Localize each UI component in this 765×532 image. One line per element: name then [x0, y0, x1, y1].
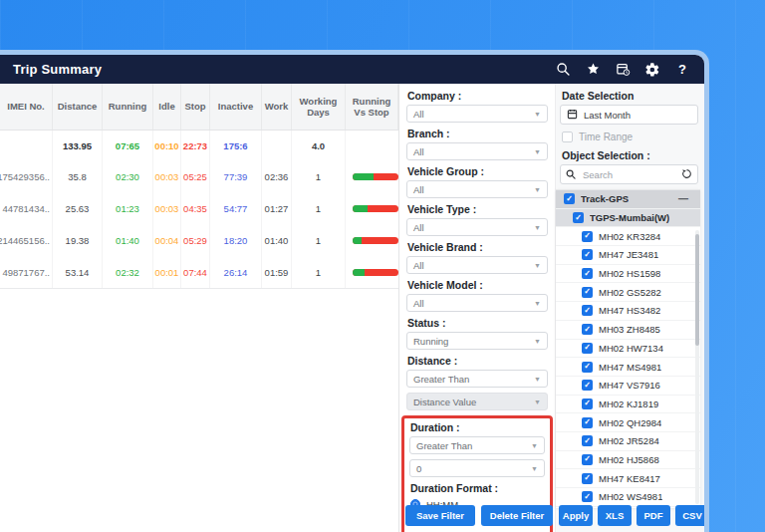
checkbox-checked-icon[interactable]: ✓ — [582, 435, 593, 446]
scrollbar-thumb[interactable] — [695, 234, 699, 346]
duration-operator-select[interactable]: Greater Than ▼ — [409, 436, 545, 454]
tree-root-item[interactable]: ✓ Track-GPS — — [556, 190, 700, 209]
vehicle-label: MH02 GS5282 — [599, 287, 661, 298]
checkbox-checked-icon[interactable]: ✓ — [564, 193, 575, 204]
filter-label: Vehicle Model : — [407, 279, 548, 291]
vehicle-label: MH02 WS4981 — [599, 491, 662, 502]
checkbox-checked-icon[interactable]: ✓ — [582, 473, 593, 484]
vehicle-item[interactable]: ✓ MH47 KE8417 — [556, 469, 700, 488]
stop-cell: 04:35 — [181, 192, 210, 224]
checkbox-checked-icon[interactable]: ✓ — [582, 380, 593, 391]
filter-select[interactable]: Running ▼ — [406, 332, 548, 350]
search-icon[interactable] — [555, 62, 571, 78]
table-header-row: IMEI No.DistanceRunningIdleStopInactiveW… — [0, 84, 398, 131]
running-vs-stop-bar-cell — [346, 192, 398, 224]
vehicle-item[interactable]: ✓ MH47 MS4981 — [556, 358, 700, 377]
delete-filter-button[interactable]: Delete Filter — [481, 505, 553, 526]
working-days-cell: 1 — [292, 160, 346, 192]
checkbox-checked-icon[interactable]: ✓ — [582, 362, 593, 373]
checkbox-checked-icon[interactable]: ✓ — [582, 491, 593, 502]
settings-gear-icon[interactable] — [644, 62, 660, 78]
running-vs-stop-bar — [353, 269, 398, 276]
calendar-icon — [567, 106, 578, 124]
tree-group-item[interactable]: ✓ TGPS-Mumbai(W) — [556, 209, 700, 228]
table-row[interactable]: 214465156.. 19.38 01:40 00:04 05:29 18:2… — [0, 224, 398, 256]
save-filter-button[interactable]: Save Filter — [405, 505, 475, 526]
filter-select[interactable]: All ▼ — [406, 294, 548, 312]
vehicle-item[interactable]: ✓ MH02 JR5284 — [556, 432, 700, 451]
vehicle-label: MH02 JR5284 — [599, 435, 659, 446]
chevron-down-icon: ▼ — [534, 262, 541, 269]
vehicle-item[interactable]: ✓ MH02 KR3284 — [556, 227, 700, 246]
bar-green-segment — [353, 269, 365, 276]
vehicle-item[interactable]: ✓ MH02 QH2984 — [556, 413, 700, 432]
filter-select[interactable]: All ▼ — [406, 180, 548, 198]
column-header[interactable]: Inactive — [210, 84, 262, 130]
filter-field: Company : All ▼ — [406, 90, 548, 123]
scheduled-report-icon[interactable] — [615, 62, 631, 78]
column-header[interactable]: Distance — [53, 84, 103, 130]
vehicle-item[interactable]: ✓ MH02 GS5282 — [556, 283, 700, 302]
table-row[interactable]: 49871767.. 53.14 02:32 00:01 07:44 26:14… — [0, 256, 398, 288]
distance-cell: 25.63 — [53, 192, 103, 224]
export-button[interactable]: CSV — [675, 505, 709, 526]
checkbox-checked-icon[interactable]: ✓ — [582, 287, 593, 298]
distance-value-select[interactable]: Distance Value ▼ — [406, 393, 548, 410]
column-header[interactable]: Running Vs Stop — [346, 84, 398, 130]
column-header[interactable]: Idle — [153, 84, 181, 130]
filter-field: Status : Running ▼ — [406, 317, 548, 350]
checkbox-checked-icon[interactable]: ✓ — [573, 212, 584, 223]
column-header[interactable]: Running — [103, 84, 153, 130]
help-icon[interactable]: ? — [674, 62, 690, 78]
inactive-cell: 26:14 — [210, 256, 262, 288]
column-header[interactable]: Work — [262, 84, 292, 130]
checkbox-checked-icon[interactable]: ✓ — [582, 399, 593, 409]
filter-select[interactable]: All ▼ — [406, 105, 548, 123]
summary-idle-cell: 00:10 — [153, 131, 181, 160]
running-cell: 02:32 — [103, 256, 153, 288]
vehicle-item[interactable]: ✓ MH47 VS7916 — [556, 377, 700, 396]
bar-green-segment — [353, 205, 368, 212]
vehicle-label: MH47 JE3481 — [599, 249, 658, 260]
chevron-down-icon: ▼ — [534, 148, 541, 155]
distance-filter-label: Distance : — [407, 355, 548, 367]
vehicle-item[interactable]: ✓ MH02 HS1598 — [556, 265, 700, 284]
vehicle-item[interactable]: ✓ MH02 WS4981 — [556, 488, 700, 507]
column-header[interactable]: Stop — [181, 84, 210, 130]
checkbox-checked-icon[interactable]: ✓ — [582, 305, 593, 316]
distance-cell: 19.38 — [53, 224, 103, 256]
checkbox-checked-icon[interactable]: ✓ — [582, 454, 593, 465]
vehicle-item[interactable]: ✓ MH02 HJ5868 — [556, 451, 700, 470]
collapse-icon[interactable]: — — [678, 193, 690, 204]
checkbox-unchecked-icon[interactable] — [562, 132, 573, 142]
vehicle-item[interactable]: ✓ MH03 ZH8485 — [556, 321, 700, 340]
checkbox-checked-icon[interactable]: ✓ — [582, 268, 593, 279]
checkbox-checked-icon[interactable]: ✓ — [582, 417, 593, 428]
export-button[interactable]: PDF — [637, 505, 670, 526]
refresh-icon[interactable] — [681, 165, 692, 183]
column-header[interactable]: IMEI No. — [0, 84, 53, 130]
table-row[interactable]: 175429356.. 35.8 02:30 00:03 05:25 77:39… — [0, 160, 398, 192]
vehicle-item[interactable]: ✓ MH02 HW7134 — [556, 340, 700, 359]
filter-select[interactable]: All ▼ — [406, 142, 548, 160]
export-button[interactable]: Apply — [559, 505, 593, 526]
idle-cell: 00:01 — [153, 256, 181, 288]
vehicle-item[interactable]: ✓ MH02 KJ1819 — [556, 396, 700, 414]
object-search-input[interactable] — [581, 168, 676, 181]
time-range-toggle[interactable]: Time Range — [562, 131, 698, 143]
export-button[interactable]: XLS — [598, 505, 632, 526]
checkbox-checked-icon[interactable]: ✓ — [582, 231, 593, 242]
table-row[interactable]: 44781434.. 25.63 01:23 00:03 04:35 54:77… — [0, 192, 398, 224]
vehicle-item[interactable]: ✓ MH47 HS3482 — [556, 302, 700, 321]
checkbox-checked-icon[interactable]: ✓ — [582, 324, 593, 335]
duration-value-select[interactable]: 0 ▼ — [409, 459, 545, 477]
distance-operator-select[interactable]: Greater Than ▼ — [406, 370, 548, 388]
date-range-picker[interactable]: Last Month — [560, 105, 698, 125]
filter-select[interactable]: All ▼ — [406, 218, 548, 236]
favorites-star-icon[interactable] — [585, 62, 601, 78]
vehicle-item[interactable]: ✓ MH47 JE3481 — [556, 246, 700, 265]
column-header[interactable]: Working Days — [292, 84, 346, 130]
checkbox-checked-icon[interactable]: ✓ — [582, 249, 593, 260]
filter-select[interactable]: All ▼ — [406, 256, 548, 274]
checkbox-checked-icon[interactable]: ✓ — [582, 343, 593, 354]
